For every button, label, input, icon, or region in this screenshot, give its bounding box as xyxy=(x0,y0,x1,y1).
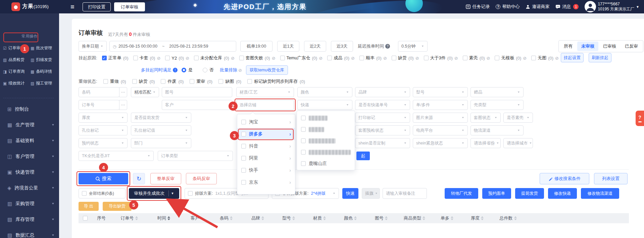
status-tab-未审核[interactable]: 未审核 xyxy=(577,42,598,51)
hangup-item-no-template[interactable]: 无模板(0)⊘ xyxy=(495,55,527,61)
near-1-day-button[interactable]: 近1天 xyxy=(277,41,299,52)
shop-item[interactable]: 鹿嘴山庄 xyxy=(297,158,355,169)
filter-early-ship[interactable]: 是否提前发货▼ xyxy=(131,113,191,123)
sort-icon[interactable] xyxy=(230,216,233,220)
ban-icon[interactable]: ⊘ xyxy=(383,56,387,61)
floating-help-tab[interactable]: ? xyxy=(636,111,644,126)
near-3-day-button[interactable]: 近3天 xyxy=(331,41,353,52)
sort-icon[interactable] xyxy=(261,216,264,220)
filter-color[interactable]: 颜色▼ xyxy=(297,87,352,97)
filter-print-mark[interactable]: 打印标记▼ xyxy=(355,113,410,123)
filter-image-precheck-status[interactable]: 套图预检状态▼ xyxy=(355,125,410,135)
hangup-item-temu-guangdong[interactable]: Temu广东仓(0)⊘ xyxy=(280,55,323,61)
ban-icon[interactable]: ⊘ xyxy=(487,56,490,61)
filter-is-plain-shell[interactable]: 是否素壳▼ xyxy=(503,113,533,123)
column-header-total-count[interactable]: 总件数 xyxy=(493,213,524,223)
filter-ecom-platform[interactable]: 电商平台▼ xyxy=(413,125,468,135)
filter-image-set-status[interactable]: 套图状态▼ xyxy=(470,113,501,123)
sort-icon[interactable] xyxy=(481,216,484,220)
near-2-day-button[interactable]: 近2天 xyxy=(304,41,326,52)
ban-icon[interactable]: ⊘ xyxy=(319,56,323,61)
invite-merchant-link[interactable]: 邀请商家 xyxy=(526,4,549,10)
checkbox-icon[interactable] xyxy=(165,56,170,60)
filter-shein-custom[interactable]: shein是否定制▼ xyxy=(355,138,410,148)
sidebar-quick-scan-ship[interactable]: ▥扫描发货 xyxy=(31,54,58,66)
obscured-button-fragment[interactable]: 起 xyxy=(356,152,370,160)
list-settings-button[interactable]: 列表设置 xyxy=(594,173,628,184)
shop-item-censored[interactable] xyxy=(297,124,355,135)
filter-logistics-channel[interactable]: 物流渠道▼ xyxy=(470,125,524,135)
filter-image-source[interactable]: 图片来源▼ xyxy=(413,113,468,123)
checkbox-icon[interactable] xyxy=(241,168,246,173)
redo-item-redo[interactable]: 重做(0) xyxy=(103,78,126,84)
filter-match-mode[interactable]: 精准匹配▼ xyxy=(131,87,159,97)
search-button[interactable]: 搜索 xyxy=(79,173,128,184)
messages-link[interactable]: 消息 1 xyxy=(555,4,579,10)
get-temu-warehouse-button[interactable]: 获取temu收货仓库 xyxy=(246,65,288,75)
help-center-link[interactable]: ? 帮助中心 xyxy=(496,4,519,10)
sort-icon[interactable] xyxy=(423,216,425,220)
sort-icon[interactable] xyxy=(292,216,295,220)
reverse-review-barcode-button[interactable]: 条码反审 xyxy=(186,173,217,184)
tab-print-settings[interactable]: 打印设置 xyxy=(83,2,111,11)
hangup-item-no-warehouse[interactable]: 未分配仓库(0)⊘ xyxy=(194,55,235,61)
checkbox-icon[interactable] xyxy=(241,132,246,136)
sort-icon[interactable] xyxy=(514,216,517,220)
date-field-select[interactable]: 推单日期▼ xyxy=(79,41,107,52)
platform-item-douyin[interactable]: 抖音› xyxy=(237,140,295,152)
shop-item-censored[interactable] xyxy=(297,135,355,146)
ban-icon[interactable]: ⊘ xyxy=(523,56,527,61)
checkbox-icon[interactable] xyxy=(239,56,244,60)
refresh-button[interactable]: ↻ xyxy=(133,173,145,184)
checkbox-icon[interactable] xyxy=(132,79,137,84)
checkbox-icon[interactable] xyxy=(103,79,108,84)
flag-select-disabled[interactable]: 插旗▼ xyxy=(362,188,380,199)
redo-item-shortage[interactable]: 缺货(0) xyxy=(132,78,155,84)
hangup-item-shortage[interactable]: 缺货(0)⊘ xyxy=(392,55,419,61)
checkbox-icon[interactable] xyxy=(327,56,332,60)
checkbox-icon[interactable] xyxy=(424,56,429,60)
ban-icon[interactable]: ⊘ xyxy=(555,56,559,61)
filter-reserve-status[interactable]: 预约状态▼ xyxy=(79,138,128,148)
column-header-product-type[interactable]: 商品类型 xyxy=(397,213,432,223)
filter-material-craft[interactable]: 材质/工艺▼ xyxy=(236,87,294,97)
filter-shop-select[interactable]: 选择店铺 xyxy=(236,100,294,110)
checkbox-icon[interactable] xyxy=(190,79,194,84)
column-header-order-no[interactable]: 订单号 xyxy=(111,213,148,223)
modify-express-button[interactable]: 修改快递 xyxy=(548,188,577,199)
shop-item-censored[interactable] xyxy=(297,112,355,124)
filter-city[interactable]: 请选择城市▼ xyxy=(503,138,533,148)
sidebar-quick-work-report[interactable]: ▨报工管理 xyxy=(31,77,58,89)
filter-barcode[interactable]: 条码 xyxy=(79,87,119,97)
sidebar-quick-barcode-detail[interactable]: ▩条码详情 xyxy=(31,66,58,77)
sidebar-quick-order-query[interactable]: ◨订单查询 xyxy=(3,66,31,77)
checkbox-icon[interactable] xyxy=(531,56,536,60)
filter-province[interactable]: 请选择省份▼ xyxy=(470,138,501,148)
more-conditions-button[interactable]: ⋯ xyxy=(119,87,127,97)
checkbox-icon[interactable] xyxy=(241,120,246,124)
filter-hole-mark-value[interactable]: 孔位标记值▼ xyxy=(131,125,191,135)
platform-item-kuaishou[interactable]: 快手› xyxy=(237,164,295,176)
app-logo[interactable] xyxy=(11,2,20,11)
column-header-material[interactable]: 材质 xyxy=(304,213,335,223)
hangup-item-more-than-3[interactable]: 大于3件(0)⊘ xyxy=(424,55,458,61)
filter-single-multi[interactable]: 单/多件▼ xyxy=(413,100,468,110)
all-results-checkbox[interactable]: 全部结果(0条) xyxy=(79,188,126,198)
info-icon[interactable]: ! xyxy=(173,68,178,72)
redo-item-missing-image[interactable]: 缺图(0) xyxy=(218,78,241,84)
redo-item-voided[interactable]: 作废(0) xyxy=(161,78,184,84)
more-conditions-button[interactable]: ⋯ xyxy=(119,100,127,110)
hangup-item-no-image[interactable]: 无图(0)⊘ xyxy=(531,55,559,61)
collapse-menu-icon[interactable]: ≡ xyxy=(70,2,75,11)
sidebar-item-purchase[interactable]: ▥采购管理▼ xyxy=(0,196,59,212)
export-shortage-button[interactable]: 导出缺货 xyxy=(103,202,132,211)
filter-order-type[interactable]: 订单类型▼ xyxy=(158,151,233,161)
checkbox-icon[interactable] xyxy=(280,56,285,60)
edit-search-conditions-button[interactable]: 修改搜索条件 xyxy=(540,173,589,184)
filter-thickness[interactable]: 厚度▼ xyxy=(79,113,128,123)
checkbox-icon[interactable] xyxy=(301,138,306,143)
checkbox-icon[interactable] xyxy=(392,56,396,60)
checkbox-icon[interactable] xyxy=(247,79,252,84)
tooltip-question-icon[interactable]: ? xyxy=(385,44,390,49)
filter-order-no[interactable]: 订单号 xyxy=(79,100,119,110)
